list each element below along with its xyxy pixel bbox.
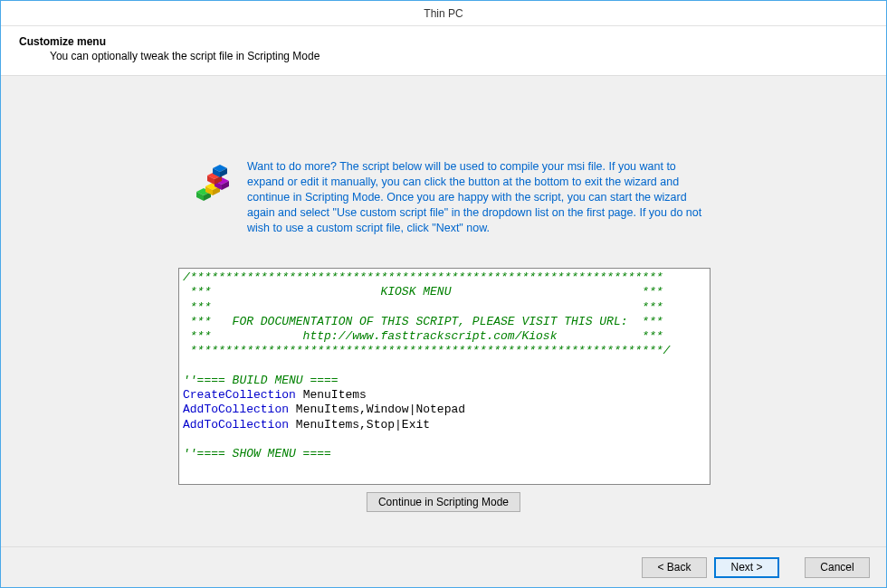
script-line: ''==== SHOW MENU ==== <box>183 447 711 461</box>
continue-scripting-button[interactable]: Continue in Scripting Mode <box>367 492 520 512</box>
body-area: Want to do more? The script below will b… <box>1 76 886 546</box>
script-line: ****************************************… <box>183 344 711 358</box>
title-bar: Thin PC <box>1 1 886 26</box>
cancel-button[interactable]: Cancel <box>805 557 870 578</box>
script-line: AddToCollection MenuItems,Stop|Exit <box>183 418 711 432</box>
script-line: *** *** <box>183 300 711 315</box>
back-button[interactable]: < Back <box>642 557 707 578</box>
script-editor[interactable]: /***************************************… <box>178 268 711 485</box>
header-panel: Customize menu You can optionally tweak … <box>1 26 886 76</box>
script-line: *** KIOSK MENU *** <box>183 285 711 299</box>
blocks-icon <box>191 159 234 203</box>
script-line <box>183 359 711 374</box>
next-button[interactable]: Next > <box>714 557 779 578</box>
wizard-window: Thin PC Customize menu You can optionall… <box>0 0 887 588</box>
script-line: AddToCollection MenuItems,Window|Notepad <box>183 403 711 417</box>
script-line: /***************************************… <box>183 270 711 285</box>
script-line: CreateCollection MenuItems <box>183 388 711 403</box>
footer: < Back Next > Cancel <box>1 546 886 587</box>
script-line <box>183 432 711 447</box>
script-line: *** FOR DOCUMENTATION OF THIS SCRIPT, PL… <box>183 315 711 329</box>
script-line: *** http://www.fasttrackscript.com/Kiosk… <box>183 329 711 344</box>
window-title: Thin PC <box>424 7 463 20</box>
page-subtitle: You can optionally tweak the script file… <box>19 50 868 62</box>
info-text: Want to do more? The script below will b… <box>247 159 710 235</box>
script-line: ''==== BUILD MENU ==== <box>183 374 711 388</box>
page-title: Customize menu <box>19 35 868 48</box>
info-row: Want to do more? The script below will b… <box>191 159 710 235</box>
